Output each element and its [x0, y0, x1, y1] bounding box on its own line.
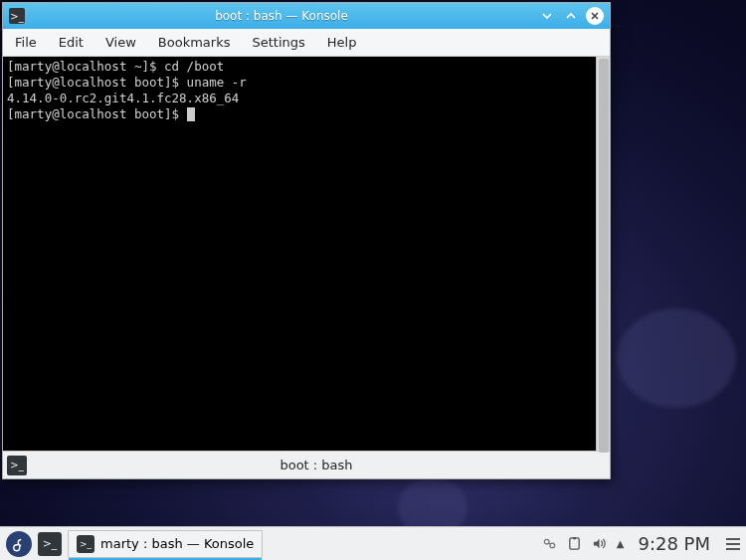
titlebar[interactable]: >_ boot : bash — Konsole — [3, 3, 610, 29]
svg-rect-5 — [572, 537, 576, 539]
terminal-scrollbar[interactable] — [596, 57, 610, 451]
fedora-logo-icon — [10, 535, 28, 553]
chevron-up-icon — [566, 11, 576, 21]
menu-edit[interactable]: Edit — [59, 35, 84, 50]
menu-bookmarks[interactable]: Bookmarks — [158, 35, 231, 50]
konsole-task-icon: >_ — [77, 535, 94, 553]
menubar: File Edit View Bookmarks Settings Help — [3, 29, 610, 57]
terminal-line: [marty@localhost ~]$ cd /boot — [7, 59, 224, 74]
menu-help[interactable]: Help — [327, 35, 357, 50]
panel-konsole-launcher[interactable]: >_ — [38, 532, 62, 556]
konsole-app-icon: >_ — [9, 8, 25, 24]
system-tray: ▲ 9:28 PM — [542, 533, 740, 554]
terminal-line: [marty@localhost boot]$ uname -r — [7, 75, 247, 90]
device-icon[interactable] — [542, 536, 557, 551]
svg-rect-4 — [570, 538, 579, 549]
clipboard-icon[interactable] — [567, 536, 582, 551]
terminal-view[interactable]: [marty@localhost ~]$ cd /boot [marty@loc… — [3, 57, 610, 451]
konsole-tabbar: >_ boot : bash — [3, 451, 610, 478]
terminal-line: 4.14.0-0.rc2.git4.1.fc28.x86_64 — [7, 91, 239, 105]
volume-icon[interactable] — [592, 536, 607, 551]
chevron-down-icon — [542, 11, 552, 21]
konsole-window: >_ boot : bash — Konsole File Edit View … — [2, 2, 611, 479]
terminal-line: [marty@localhost boot]$ — [7, 106, 187, 121]
application-launcher[interactable] — [6, 531, 32, 557]
maximize-button[interactable] — [562, 7, 580, 25]
wallpaper-decoration — [617, 308, 736, 408]
taskbar-entry-konsole[interactable]: >_ marty : bash — Konsole — [68, 530, 263, 558]
minimize-button[interactable] — [538, 7, 556, 25]
new-tab-button[interactable]: >_ — [7, 456, 27, 475]
menu-file[interactable]: File — [15, 35, 37, 50]
window-title: boot : bash — Konsole — [31, 9, 532, 23]
terminal-tab[interactable]: boot : bash — [27, 458, 606, 472]
panel-clock[interactable]: 9:28 PM — [638, 533, 710, 554]
taskbar-entry-label: marty : bash — Konsole — [100, 536, 254, 551]
menu-view[interactable]: View — [105, 35, 136, 50]
close-icon — [590, 11, 600, 21]
menu-settings[interactable]: Settings — [252, 35, 304, 50]
close-button[interactable] — [586, 7, 604, 25]
tray-expand-button[interactable]: ▲ — [617, 538, 625, 549]
taskbar-panel: >_ >_ marty : bash — Konsole ▲ 9:28 PM — [0, 526, 746, 560]
scrollbar-thumb[interactable] — [599, 59, 609, 453]
panel-menu-icon[interactable] — [726, 538, 740, 550]
terminal-cursor — [187, 107, 195, 121]
